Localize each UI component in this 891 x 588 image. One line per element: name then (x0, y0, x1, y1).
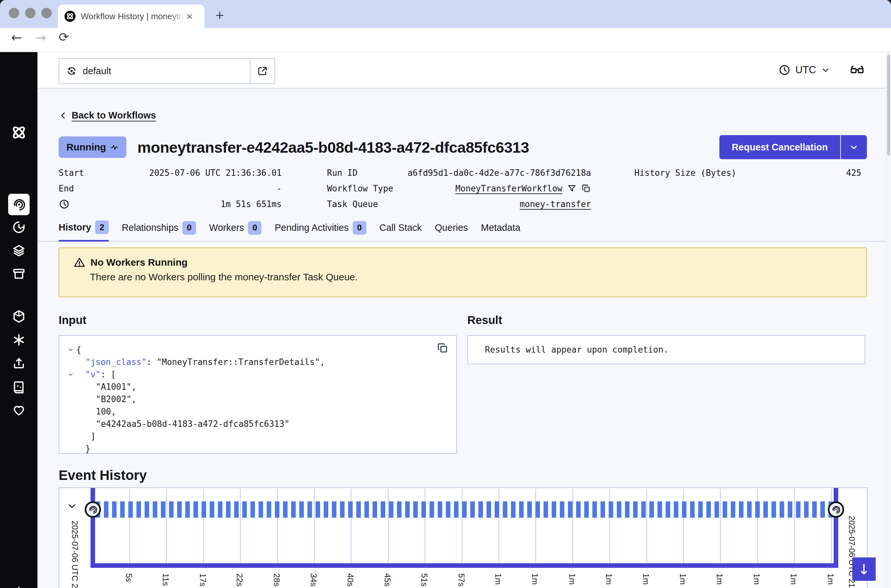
timeline-gridline (646, 489, 647, 568)
warning-title: No Workers Running (90, 257, 188, 268)
filter-icon[interactable] (567, 184, 577, 194)
start-label: Start (58, 168, 84, 178)
workflow-type-link[interactable]: MoneyTransferWorkflow (455, 184, 562, 194)
copy-input-icon[interactable] (437, 342, 448, 354)
tab-close-icon[interactable]: × (186, 11, 193, 22)
history-count-badge: 2 (95, 220, 109, 234)
tab-call-stack[interactable]: Call Stack (380, 222, 422, 239)
sidebar-item-workflows[interactable] (8, 194, 30, 215)
tab-workers[interactable]: Workers0 (209, 221, 261, 241)
timeline-tick-label: 34s (309, 573, 318, 586)
result-heading: Result (467, 314, 865, 327)
theme-toggle-icon[interactable] (0, 585, 38, 588)
no-workers-warning: No Workers Running There are no Workers … (58, 248, 867, 297)
tab-relationships[interactable]: Relationships0 (122, 221, 196, 241)
tab-history[interactable]: History2 (58, 220, 109, 242)
timeline-tick-label: 22s (235, 573, 244, 586)
sidebar-item-deployments[interactable] (0, 243, 38, 258)
workflow-latest-node[interactable] (828, 501, 844, 518)
collapse-chevron-icon[interactable] (65, 371, 76, 378)
sidebar-item-archival[interactable] (0, 266, 38, 281)
new-tab-button[interactable]: + (216, 7, 224, 24)
task-queue-label: Task Queue (327, 199, 378, 209)
duration-clock-icon (58, 199, 70, 210)
timeline-gridline (683, 489, 684, 568)
timeline-tick-label: 1m (567, 573, 577, 585)
timeline-end-bar (834, 488, 838, 568)
sidebar-item-docs[interactable] (0, 380, 38, 394)
collapse-chevron-icon[interactable] (65, 346, 76, 353)
json-text: ] (76, 431, 96, 441)
timeline-gridline (424, 489, 425, 568)
timeline-gridline (499, 489, 499, 568)
event-history-heading: Event History (58, 468, 867, 483)
window-controls[interactable] (9, 8, 52, 18)
scrollbar-thumb[interactable] (887, 55, 890, 156)
relationships-count-badge: 0 (182, 221, 196, 235)
app-topbar: default UTC (38, 52, 891, 88)
scroll-to-bottom-button[interactable]: ↓ (852, 557, 876, 581)
timeline-tick-label: 1m (826, 573, 836, 585)
forward-button[interactable]: → (35, 30, 46, 45)
timeline-tick-label: 40s (345, 573, 355, 586)
sidebar-item-import[interactable] (0, 356, 38, 371)
window-zoom-button[interactable] (41, 8, 52, 18)
copy-icon[interactable] (581, 184, 591, 194)
cancel-dropdown-button[interactable] (841, 135, 867, 159)
tab-metadata[interactable]: Metadata (481, 222, 520, 239)
sidebar-item-schedules[interactable] (0, 220, 38, 235)
pending-activities-count-badge: 0 (352, 221, 366, 235)
browser-tabstrip: Workflow History | moneytran × + (0, 0, 891, 28)
temporal-logo-icon[interactable] (0, 124, 38, 141)
sidebar-item-namespaces[interactable] (0, 309, 38, 324)
json-key: "v" (86, 369, 100, 379)
timeline-tick-label: 17s (198, 573, 207, 586)
browser-window: Workflow History | moneytran × + ← → ⟳ l… (0, 0, 891, 588)
window-close-button[interactable] (9, 8, 19, 18)
browser-tab[interactable]: Workflow History | moneytran × (58, 4, 204, 28)
timeline-collapse-icon[interactable] (66, 500, 78, 512)
timeline-tick-label: 57s (457, 573, 466, 586)
input-heading: Input (58, 314, 457, 327)
task-queue-link[interactable]: money-transfer (520, 199, 591, 209)
tab-queries[interactable]: Queries (435, 222, 468, 239)
workflow-page: Back to Workflows Running moneytransfer-… (38, 88, 891, 483)
window-minimize-button[interactable] (25, 8, 36, 18)
reload-button[interactable]: ⟳ (58, 30, 69, 44)
timeline-gridline (388, 489, 388, 568)
json-text: : "MoneyTransfer::TransferDetails", (147, 357, 325, 367)
json-text: } (76, 444, 90, 453)
sidebar-item-feedback[interactable] (0, 403, 38, 418)
event-history-timeline[interactable]: 2025-07-06 UTC 21:36:36 2025-07-06 UTC 2… (58, 488, 867, 588)
timeline-start-bar (90, 488, 95, 568)
workflow-started-node[interactable] (85, 501, 101, 518)
timeline-tick-label: 1m (604, 573, 614, 585)
workflow-metadata: Start2025-07-06 UTC 21:36:36.01 End- 1m … (58, 165, 867, 212)
timeline-gridline (609, 489, 610, 568)
timeline-gridline (831, 489, 832, 568)
tab-pending-activities[interactable]: Pending Activities0 (274, 221, 366, 241)
labs-glasses-icon[interactable] (849, 62, 865, 78)
timeline-tick-label: 1m (715, 573, 724, 585)
timeline-tick-label: 51s (420, 573, 429, 586)
duration-value: 1m 51s 651ms (220, 199, 282, 209)
timeline-gridline (314, 489, 315, 568)
back-button[interactable]: ← (11, 30, 22, 45)
sidebar-item-nexus[interactable] (0, 332, 38, 347)
json-array-item: 100, (76, 406, 116, 416)
chevron-down-icon[interactable] (820, 65, 830, 75)
page-scrollbar[interactable] (886, 52, 891, 588)
timeline-gridline (794, 489, 795, 568)
timezone-select[interactable]: UTC (795, 64, 816, 76)
namespace-open-button[interactable] (250, 58, 274, 83)
request-cancellation-button[interactable]: Request Cancellation (719, 135, 840, 159)
namespace-selector[interactable]: default (58, 58, 275, 84)
timeline-tick-label: 45s (382, 573, 392, 586)
timeline-gridline (757, 489, 758, 568)
back-to-workflows-link[interactable]: Back to Workflows (58, 110, 867, 121)
timeline-gridline (203, 489, 204, 568)
timeline-events-band[interactable] (96, 501, 833, 518)
json-text: { (76, 345, 81, 354)
clock-icon (778, 64, 791, 76)
input-payload-viewer: { "json_class": "MoneyTransfer::Transfer… (58, 335, 457, 454)
